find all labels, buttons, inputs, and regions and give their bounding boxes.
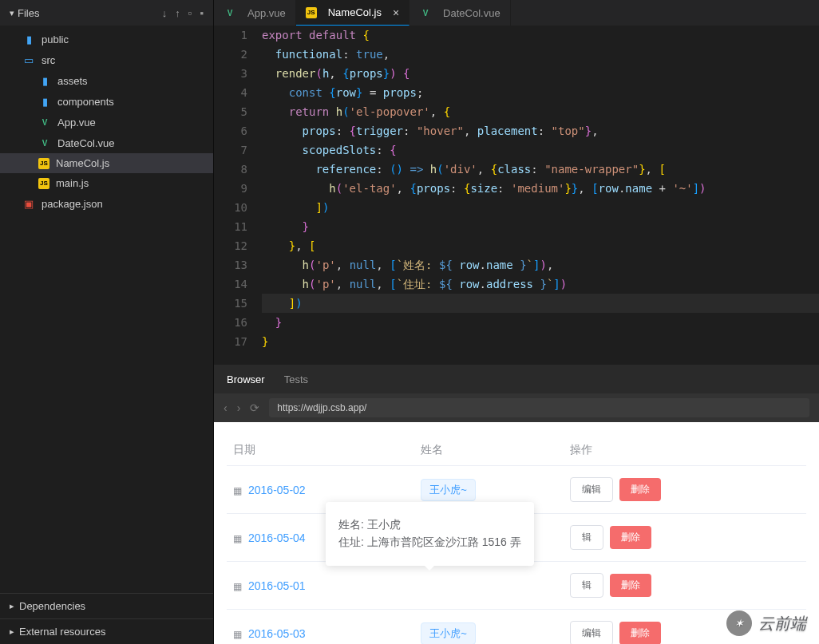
- section-external[interactable]: ▸ External resources: [0, 618, 213, 644]
- popover: 姓名: 王小虎 住址: 上海市普陀区金沙江路 1516 弄: [326, 502, 534, 566]
- browser-tab-browser[interactable]: Browser: [227, 367, 265, 392]
- wechat-icon: ✶: [726, 610, 752, 636]
- reload-icon[interactable]: ⟳: [250, 401, 259, 414]
- popover-name: 姓名: 王小虎: [338, 518, 521, 532]
- js-icon: JS: [38, 158, 49, 169]
- date-link[interactable]: 2016-05-03: [248, 627, 306, 640]
- delete-button[interactable]: 删除: [619, 478, 661, 501]
- delete-button[interactable]: 删除: [610, 526, 651, 549]
- vue-icon: V: [224, 6, 236, 19]
- tree-item-namecol-js[interactable]: JSNameCol.js: [0, 153, 213, 173]
- main-area: VApp.vue JSNameCol.js× VDateCol.vue 1234…: [214, 0, 819, 644]
- browser-tab-tests[interactable]: Tests: [284, 367, 308, 392]
- url-input[interactable]: [269, 398, 809, 417]
- js-icon: JS: [306, 7, 317, 18]
- nav-forward-icon[interactable]: ›: [237, 401, 241, 414]
- table-row: ▦2016-05-01 辑删除: [227, 562, 806, 610]
- vue-icon: V: [38, 116, 51, 128]
- folder-open-icon: ▭: [22, 53, 35, 66]
- date-link[interactable]: 2016-05-01: [248, 579, 306, 592]
- upload-icon[interactable]: ↑: [175, 7, 180, 19]
- chevron-right-icon: ▸: [10, 626, 14, 637]
- tab-datecol-vue[interactable]: VDateCol.vue: [410, 0, 511, 26]
- tree-item-datecol-vue[interactable]: VDateCol.vue: [0, 132, 213, 153]
- name-tag[interactable]: 王小虎~: [421, 622, 476, 645]
- expand-icon[interactable]: ▦: [233, 581, 242, 592]
- new-file-icon[interactable]: ▫: [188, 7, 192, 19]
- url-bar: ‹ › ⟳: [214, 393, 819, 422]
- name-tag[interactable]: 王小虎~: [421, 479, 476, 501]
- nav-back-icon[interactable]: ‹: [224, 401, 228, 414]
- browser-panel: Browser Tests ‹ › ⟳ 日期 姓名 操作 ▦2016: [214, 365, 819, 644]
- files-header: ▾ Files ↓ ↑ ▫ ▪: [0, 0, 213, 26]
- tree-item-components[interactable]: ▮components: [0, 91, 213, 112]
- sidebar: ▾ Files ↓ ↑ ▫ ▪ ▮public ▭src ▮assets ▮co…: [0, 0, 214, 644]
- edit-button[interactable]: 编辑: [570, 621, 613, 644]
- vue-icon: V: [38, 136, 51, 149]
- edit-button[interactable]: 编辑: [570, 477, 613, 502]
- col-name: 姓名: [414, 435, 564, 466]
- expand-icon[interactable]: ▦: [233, 485, 242, 496]
- chevron-down-icon[interactable]: ▾: [10, 8, 14, 18]
- file-tree: ▮public ▭src ▮assets ▮components VApp.vu…: [0, 26, 213, 217]
- table-row: ▦2016-05-03 王小虎~ 编辑删除: [227, 610, 806, 645]
- files-label: Files: [18, 7, 154, 19]
- js-icon: JS: [38, 178, 49, 189]
- vue-icon: V: [419, 6, 432, 19]
- editor-tabs: VApp.vue JSNameCol.js× VDateCol.vue: [214, 0, 819, 26]
- close-icon[interactable]: ×: [393, 6, 399, 19]
- chevron-right-icon: ▸: [10, 601, 14, 611]
- col-date: 日期: [227, 435, 414, 466]
- section-dependencies[interactable]: ▸ Dependencies: [0, 593, 213, 618]
- tree-item-public[interactable]: ▮public: [0, 29, 213, 49]
- new-folder-icon[interactable]: ▪: [200, 7, 204, 19]
- edit-button[interactable]: 辑: [570, 525, 603, 550]
- tree-item-main-js[interactable]: JSmain.js: [0, 173, 213, 193]
- code-editor[interactable]: 1234567891011121314151617 export default…: [214, 26, 819, 365]
- date-link[interactable]: 2016-05-04: [248, 531, 306, 544]
- tree-item-assets[interactable]: ▮assets: [0, 70, 213, 91]
- tree-item-package-json[interactable]: ▣package.json: [0, 193, 213, 214]
- browser-content: 日期 姓名 操作 ▦2016-05-02 王小虎~ 编辑删除 ▦2016-05-…: [214, 422, 819, 644]
- delete-button[interactable]: 删除: [619, 622, 661, 644]
- tab-app-vue[interactable]: VApp.vue: [214, 0, 296, 26]
- tab-namecol-js[interactable]: JSNameCol.js×: [296, 0, 410, 26]
- date-link[interactable]: 2016-05-02: [248, 484, 306, 496]
- tree-item-app-vue[interactable]: VApp.vue: [0, 112, 213, 132]
- code-content[interactable]: export default { functional: true, rende…: [262, 26, 819, 365]
- col-action: 操作: [564, 435, 806, 466]
- line-gutter: 1234567891011121314151617: [214, 26, 262, 365]
- tree-item-src[interactable]: ▭src: [0, 49, 213, 70]
- folder-icon: ▮: [22, 33, 35, 45]
- edit-button[interactable]: 辑: [570, 573, 603, 598]
- folder-icon: ▮: [38, 74, 51, 87]
- download-icon[interactable]: ↓: [162, 7, 168, 19]
- expand-icon[interactable]: ▦: [233, 533, 242, 544]
- json-icon: ▣: [22, 197, 35, 210]
- watermark: ✶ 云前端: [726, 610, 806, 636]
- browser-panel-tabs: Browser Tests: [214, 365, 819, 393]
- expand-icon[interactable]: ▦: [233, 629, 242, 640]
- folder-icon: ▮: [38, 95, 51, 108]
- popover-address: 住址: 上海市普陀区金沙江路 1516 弄: [338, 535, 521, 550]
- delete-button[interactable]: 删除: [610, 574, 651, 597]
